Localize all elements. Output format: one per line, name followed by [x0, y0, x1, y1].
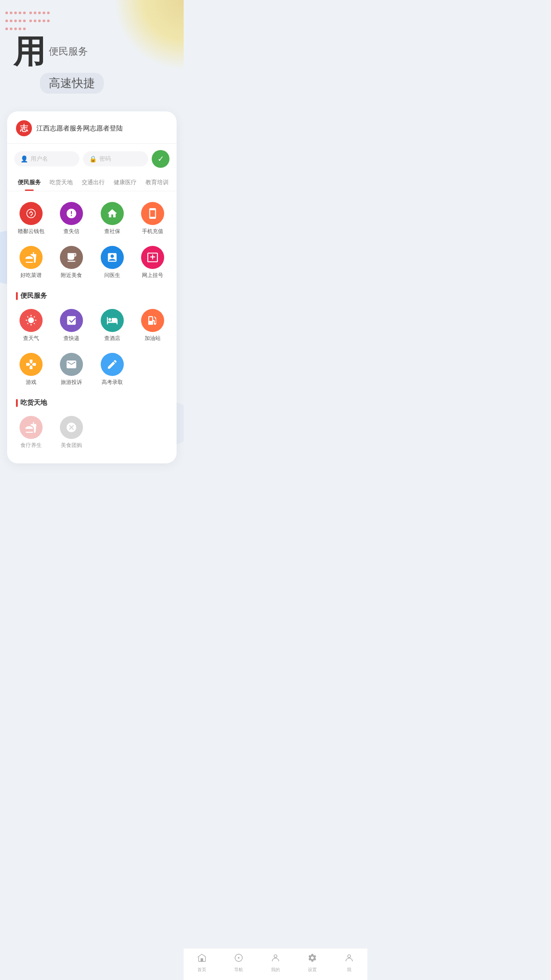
gas-icon — [141, 309, 164, 332]
password-input[interactable]: 🔒 密码 — [83, 151, 148, 166]
tab-transport[interactable]: 交通出行 — [78, 174, 108, 191]
recipe-label: 好吃菜谱 — [20, 272, 42, 279]
doctor-icon — [101, 246, 124, 269]
section1-grid-row1: 查天气 查快递 查酒店 加油站 — [7, 302, 177, 349]
service-gas[interactable]: 加油站 — [133, 305, 173, 346]
tab-food[interactable]: 吃货天地 — [46, 174, 76, 191]
service-mobile[interactable]: 手机充值 — [133, 198, 173, 239]
user-icon: 👤 — [20, 155, 28, 162]
restaurant-label: 附近美食 — [61, 272, 82, 279]
service-wallet[interactable]: 赣鄱云钱包 — [11, 198, 51, 239]
service-gaokao[interactable]: 高考录取 — [92, 349, 133, 390]
service-grid-row1: 赣鄱云钱包 查失信 查社保 手机充值 — [7, 191, 177, 242]
service-credit[interactable]: 查失信 — [51, 198, 92, 239]
complaint-label: 旅游投诉 — [61, 379, 82, 386]
hotel-label: 查酒店 — [104, 335, 120, 342]
service-restaurant[interactable]: 附近美食 — [51, 242, 92, 283]
tab-education[interactable]: 教育培训 — [142, 174, 172, 191]
hospital-label: 网上挂号 — [142, 272, 163, 279]
health-food-icon — [20, 416, 43, 439]
weather-label: 查天气 — [23, 335, 39, 342]
login-submit-button[interactable]: ✓ — [152, 150, 169, 168]
hero-section: 用 便民服务 高速快捷 — [0, 0, 184, 111]
service-recipe[interactable]: 好吃菜谱 — [11, 242, 51, 283]
username-placeholder: 用户名 — [31, 155, 48, 163]
section2-header: 吃货天地 — [7, 393, 177, 409]
svg-point-0 — [27, 209, 35, 218]
service-express[interactable]: 查快递 — [51, 305, 92, 346]
service-hotel[interactable]: 查酒店 — [92, 305, 133, 346]
group-buy-icon — [60, 416, 83, 439]
complaint-icon — [60, 353, 83, 376]
section1-header: 便民服务 — [7, 286, 177, 302]
service-group-buy[interactable]: 美食团购 — [51, 412, 92, 453]
hero-title: 用 便民服务 — [13, 36, 170, 67]
mobile-icon — [141, 202, 164, 225]
username-input[interactable]: 👤 用户名 — [14, 151, 79, 166]
tab-convenience[interactable]: 便民服务 — [14, 174, 44, 191]
social-icon — [101, 202, 124, 225]
weather-icon — [20, 309, 43, 332]
service-doctor[interactable]: 问医生 — [92, 242, 133, 283]
recipe-icon — [20, 246, 43, 269]
game-icon — [20, 353, 43, 376]
category-tabs: 便民服务 吃货天地 交通出行 健康医疗 教育培训 — [7, 174, 177, 191]
wallet-icon — [20, 202, 43, 225]
mobile-label: 手机充值 — [142, 228, 163, 235]
health-food-label: 食疗养生 — [20, 442, 42, 449]
section2-grid-row1: 食疗养生 美食团购 — [7, 409, 177, 456]
hero-subtitle: 便民服务 — [49, 45, 88, 58]
service-weather[interactable]: 查天气 — [11, 305, 51, 346]
service-hospital[interactable]: 网上挂号 — [133, 242, 173, 283]
social-label: 查社保 — [104, 228, 120, 235]
wallet-label: 赣鄱云钱包 — [18, 228, 44, 235]
gaokao-label: 高考录取 — [102, 379, 123, 386]
section1-dot — [16, 292, 18, 300]
express-icon — [60, 309, 83, 332]
tab-health[interactable]: 健康医疗 — [110, 174, 140, 191]
main-card: 志 江西志愿者服务网志愿者登陆 👤 用户名 🔒 密码 ✓ 便民服务 吃货天地 交… — [7, 111, 177, 463]
service-social[interactable]: 查社保 — [92, 198, 133, 239]
password-placeholder: 密码 — [99, 155, 111, 163]
game-label: 游戏 — [26, 379, 36, 386]
hero-desc: 高速快捷 — [40, 73, 104, 94]
hero-char: 用 — [13, 36, 45, 67]
section2-title: 吃货天地 — [20, 399, 47, 407]
gaokao-icon — [101, 353, 124, 376]
group-buy-label: 美食团购 — [61, 442, 82, 449]
login-header: 志 江西志愿者服务网志愿者登陆 — [7, 120, 177, 144]
credit-label: 查失信 — [63, 228, 79, 235]
section1-title: 便民服务 — [20, 292, 47, 300]
hospital-icon — [141, 246, 164, 269]
service-grid-row2: 好吃菜谱 附近美食 问医生 网上挂号 — [7, 242, 177, 286]
section1-grid-row2: 游戏 旅游投诉 高考录取 — [7, 349, 177, 393]
restaurant-icon — [60, 246, 83, 269]
login-logo: 志 — [16, 120, 32, 136]
section2-dot — [16, 399, 18, 407]
credit-icon — [60, 202, 83, 225]
service-game[interactable]: 游戏 — [11, 349, 51, 390]
service-health-food[interactable]: 食疗养生 — [11, 412, 51, 453]
gas-label: 加油站 — [145, 335, 161, 342]
lock-icon: 🔒 — [89, 155, 97, 162]
login-title: 江西志愿者服务网志愿者登陆 — [36, 124, 123, 133]
express-label: 查快递 — [63, 335, 79, 342]
login-inputs-row: 👤 用户名 🔒 密码 ✓ — [7, 144, 177, 174]
hotel-icon — [101, 309, 124, 332]
service-complaint[interactable]: 旅游投诉 — [51, 349, 92, 390]
doctor-label: 问医生 — [104, 272, 120, 279]
